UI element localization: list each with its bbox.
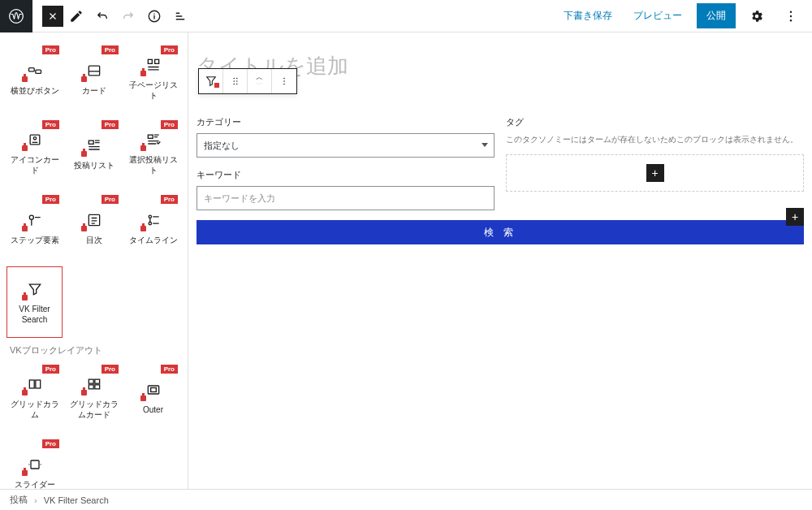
breadcrumb-current[interactable]: VK Filter Search <box>44 495 109 505</box>
close-inserter-button[interactable] <box>42 6 63 27</box>
svg-point-31 <box>233 84 235 85</box>
block-label: ステップ要素 <box>11 235 59 245</box>
block-item-timeline[interactable]: Proタイムライン <box>125 192 181 263</box>
block-item-gridcard[interactable]: Proグリッドカラムカード <box>66 361 122 433</box>
save-draft-button[interactable]: 下書き保存 <box>557 4 619 28</box>
svg-point-16 <box>149 215 151 218</box>
pro-badge: Pro <box>42 45 59 54</box>
editor-topbar: 下書き保存 プレビュー 公開 <box>0 0 812 32</box>
plus-icon[interactable]: + <box>646 164 664 182</box>
block-grid-1: Pro横並びボタンProカードPro子ページリストProアイコンカードPro投稿… <box>6 42 181 338</box>
svg-rect-7 <box>89 66 99 76</box>
category-select[interactable]: 指定なし <box>197 133 495 158</box>
svg-point-11 <box>33 137 36 140</box>
pro-badge: Pro <box>42 439 59 448</box>
add-block-button[interactable]: + <box>786 208 804 226</box>
category-column: カテゴリー 指定なし キーワード <box>197 116 495 210</box>
svg-point-35 <box>283 84 285 85</box>
svg-point-14 <box>29 215 33 219</box>
tag-column: タグ このタクソノミーにはタームが存在しないためこのブロックは表示されません。 … <box>506 116 804 210</box>
keyword-label: キーワード <box>197 169 495 181</box>
wp-logo[interactable] <box>0 0 32 32</box>
outer-icon <box>144 380 163 400</box>
block-label: 子ページリスト <box>127 80 179 101</box>
svg-point-0 <box>10 9 24 23</box>
block-label: 選択投稿リスト <box>127 154 179 175</box>
svg-rect-8 <box>148 59 152 63</box>
block-label: Outer <box>143 404 163 415</box>
svg-point-3 <box>790 15 792 16</box>
block-item-filter[interactable]: VK Filter Search <box>6 266 63 338</box>
svg-rect-19 <box>35 380 40 388</box>
block-item-gridcol[interactable]: Proグリッドカラム <box>6 361 63 433</box>
filter-icon <box>25 279 45 299</box>
vk-filter-search-block: カテゴリー 指定なし キーワード タグ このタクソノミーにはタームが存在しないた… <box>197 116 804 210</box>
settings-gear-icon[interactable] <box>744 0 770 32</box>
block-label: グリッドカラム <box>8 399 61 420</box>
category-label: カテゴリー <box>197 116 495 128</box>
iconcard-icon <box>25 130 45 149</box>
svg-rect-12 <box>89 140 93 144</box>
move-arrows[interactable]: ︿﹀ <box>248 69 272 93</box>
svg-rect-5 <box>28 67 34 71</box>
pro-badge: Pro <box>102 120 119 129</box>
svg-point-34 <box>283 80 285 82</box>
svg-point-32 <box>235 84 237 85</box>
block-more-icon[interactable] <box>272 69 296 93</box>
info-icon[interactable] <box>141 0 167 32</box>
svg-point-4 <box>790 19 792 21</box>
block-type-icon[interactable] <box>199 69 223 93</box>
breadcrumb-root[interactable]: 投稿 <box>10 494 28 506</box>
block-item-postlist[interactable]: Pro投稿リスト <box>66 117 122 188</box>
search-button[interactable]: 検 索 <box>197 220 804 244</box>
more-menu-icon[interactable] <box>778 0 804 32</box>
childlist-icon <box>144 55 163 75</box>
undo-icon[interactable] <box>89 0 115 32</box>
block-item-step[interactable]: Proステップ要素 <box>6 192 63 263</box>
svg-rect-25 <box>150 387 156 391</box>
block-item-iconcard[interactable]: Proアイコンカード <box>6 117 63 188</box>
section-label-layout: VKブロックレイアウト <box>6 338 181 361</box>
redo-icon <box>115 0 141 32</box>
block-toolbar: ︿﹀ <box>198 68 297 94</box>
gridcol-icon <box>25 374 45 394</box>
editor-canvas[interactable]: タイトルを追加 ︿﹀ カテゴリー <box>188 32 812 489</box>
svg-rect-22 <box>89 385 93 389</box>
svg-rect-6 <box>35 70 41 73</box>
pro-badge: Pro <box>102 45 119 54</box>
svg-rect-9 <box>154 59 158 63</box>
block-item-buttons[interactable]: Pro横並びボタン <box>6 42 63 114</box>
preview-button[interactable]: プレビュー <box>627 4 689 28</box>
svg-rect-23 <box>94 385 99 389</box>
pro-badge: Pro <box>42 120 59 129</box>
pro-badge: Pro <box>161 45 178 54</box>
outline-icon[interactable] <box>167 0 193 32</box>
block-item-childlist[interactable]: Pro子ページリスト <box>125 42 181 114</box>
svg-point-2 <box>790 11 792 12</box>
toc-icon <box>84 210 104 230</box>
block-label: カード <box>82 85 106 96</box>
block-item-outer[interactable]: ProOuter <box>125 361 181 433</box>
keyword-input[interactable] <box>197 186 495 210</box>
block-item-selectpost[interactable]: Pro選択投稿リスト <box>125 117 181 188</box>
block-appender[interactable]: + <box>506 154 804 192</box>
edit-icon[interactable] <box>63 0 89 32</box>
block-item-toc[interactable]: Pro目次 <box>66 192 122 263</box>
svg-rect-21 <box>94 379 99 383</box>
block-item-slider[interactable]: Proスライダー <box>6 436 63 489</box>
tag-label: タグ <box>506 116 804 128</box>
publish-button[interactable]: 公開 <box>697 3 736 28</box>
svg-point-27 <box>233 78 235 80</box>
topbar-right: 下書き保存 プレビュー 公開 <box>557 0 812 32</box>
timeline-icon <box>144 210 163 230</box>
block-label: アイコンカード <box>8 154 61 175</box>
step-icon <box>25 210 45 230</box>
topbar-left <box>0 0 193 32</box>
block-item-card[interactable]: Proカード <box>66 42 122 114</box>
svg-rect-13 <box>148 135 153 138</box>
svg-point-28 <box>235 78 237 80</box>
slider-icon <box>25 455 45 474</box>
block-label: 横並びボタン <box>11 85 59 96</box>
block-breadcrumb: 投稿 › VK Filter Search <box>0 489 812 510</box>
drag-handle-icon[interactable] <box>223 69 248 93</box>
